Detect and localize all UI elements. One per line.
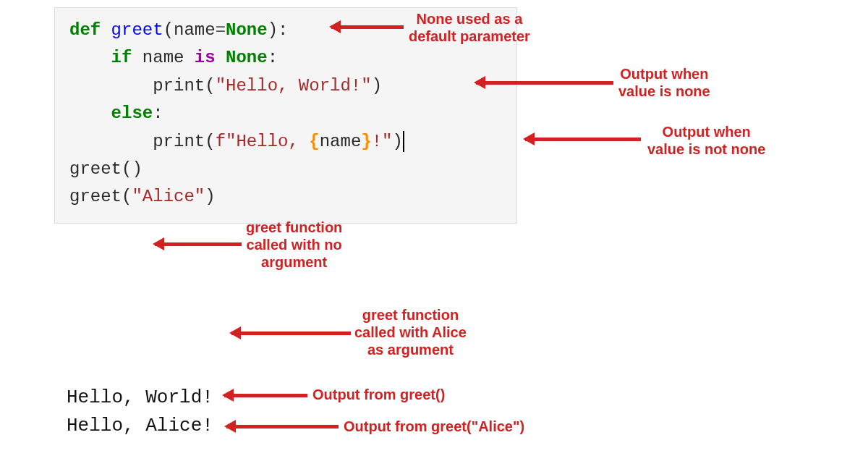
annotation-output-none: Output whenvalue is none [618, 65, 710, 100]
annotation-call-alice-arg: greet functioncalled with Aliceas argume… [354, 306, 467, 358]
function-name: greet [111, 20, 163, 40]
code-line-4: else: [69, 100, 502, 127]
keyword-else: else [111, 104, 153, 123]
fstring-prefix: f [216, 132, 226, 151]
output-line-1: Hello, World! [67, 384, 213, 412]
code-line-5: print(f"Hello, {name}!") [69, 128, 502, 156]
paren-open: ( [163, 20, 174, 40]
keyword-is: is [195, 48, 216, 67]
arrow-icon [226, 425, 339, 428]
paren-open: ( [205, 132, 215, 151]
code-line-7: greet() [69, 156, 502, 183]
brace-open: { [309, 132, 319, 151]
none-keyword: None [226, 20, 268, 40]
annotation-output-greet: Output from greet() [312, 386, 445, 403]
paren-open: ( [205, 76, 215, 96]
annotation-call-no-arg: greet functioncalled with noargument [246, 219, 342, 271]
colon: : [268, 48, 278, 67]
arrow-icon [155, 242, 242, 246]
code-line-2: if name is None: [69, 44, 502, 72]
string-part: ! [372, 132, 382, 151]
greet-call: greet [69, 187, 122, 206]
indent [69, 132, 153, 151]
quote-close: " [382, 132, 392, 151]
print-call: print [153, 132, 205, 151]
annotation-output-not-none: Output whenvalue is not none [647, 123, 765, 158]
paren-close: ) [268, 20, 278, 40]
interpolation: name [320, 132, 362, 151]
keyword-def: def [69, 20, 111, 40]
string-part: Hello, [236, 132, 309, 151]
paren-open: ( [122, 187, 132, 206]
param-name: name [174, 20, 216, 40]
none-keyword: None [226, 48, 268, 67]
space [184, 48, 194, 67]
arrow-icon [525, 138, 641, 141]
quote-open: " [226, 132, 236, 151]
output-line-2: Hello, Alice! [67, 412, 213, 440]
indent [69, 48, 111, 67]
space [216, 48, 226, 67]
paren-close: ) [132, 159, 142, 179]
keyword-if: if [111, 48, 142, 67]
paren-close: ) [205, 187, 215, 206]
text-cursor [403, 131, 404, 152]
equals: = [216, 20, 226, 40]
annotation-default-param: None used as adefault parameter [409, 10, 530, 45]
string-arg: "Alice" [132, 187, 205, 206]
colon: : [153, 104, 163, 123]
string-literal: "Hello, World!" [216, 76, 372, 96]
arrow-icon [476, 81, 613, 85]
brace-close: } [361, 132, 371, 151]
indent [69, 104, 111, 123]
greet-call: greet [69, 159, 122, 179]
code-line-9: greet("Alice") [69, 183, 502, 211]
indent [69, 76, 153, 96]
code-line-3: print("Hello, World!") [69, 72, 502, 100]
paren-close: ) [372, 76, 382, 96]
paren-open: ( [122, 159, 132, 179]
annotation-output-greet-alice: Output from greet("Alice") [344, 418, 524, 435]
arrow-icon [231, 332, 351, 335]
paren-close: ) [393, 132, 403, 151]
name-var: name [142, 48, 184, 67]
colon: : [278, 20, 288, 40]
output-block: Hello, World! Hello, Alice! [67, 384, 213, 440]
arrow-icon [224, 394, 307, 397]
print-call: print [153, 76, 205, 96]
arrow-icon [331, 25, 404, 29]
